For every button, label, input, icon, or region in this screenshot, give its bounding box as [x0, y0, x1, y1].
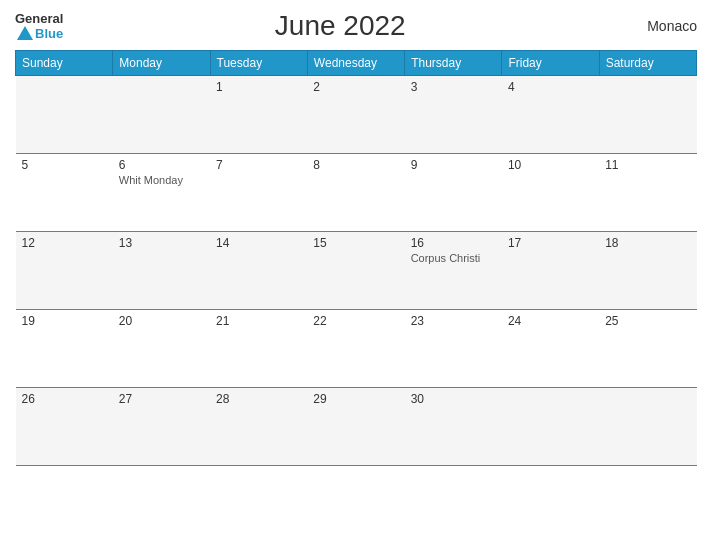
day-cell: 9: [405, 154, 502, 232]
day-number: 14: [216, 236, 301, 250]
day-number: 2: [313, 80, 398, 94]
day-number: 19: [22, 314, 107, 328]
day-number: 5: [22, 158, 107, 172]
day-number: 28: [216, 392, 301, 406]
day-number: 13: [119, 236, 204, 250]
logo-general-text: General: [15, 11, 63, 26]
holiday-name: Whit Monday: [119, 174, 204, 186]
day-cell: 14: [210, 232, 307, 310]
week-row-3: 1213141516Corpus Christi1718: [16, 232, 697, 310]
logo-triangle-icon: [17, 26, 33, 40]
day-cell: 12: [16, 232, 113, 310]
day-cell: 18: [599, 232, 696, 310]
day-cell: 1: [210, 76, 307, 154]
week-row-1: 1234: [16, 76, 697, 154]
day-cell: 6Whit Monday: [113, 154, 210, 232]
day-cell: 2: [307, 76, 404, 154]
day-cell: 22: [307, 310, 404, 388]
day-cell: 7: [210, 154, 307, 232]
col-tuesday: Tuesday: [210, 51, 307, 76]
day-cell: 15: [307, 232, 404, 310]
day-cell: [599, 388, 696, 466]
day-number: 26: [22, 392, 107, 406]
day-cell: 19: [16, 310, 113, 388]
col-wednesday: Wednesday: [307, 51, 404, 76]
col-friday: Friday: [502, 51, 599, 76]
week-row-2: 56Whit Monday7891011: [16, 154, 697, 232]
col-sunday: Sunday: [16, 51, 113, 76]
day-cell: 4: [502, 76, 599, 154]
day-number: 3: [411, 80, 496, 94]
day-number: 27: [119, 392, 204, 406]
day-number: 18: [605, 236, 690, 250]
day-cell: 17: [502, 232, 599, 310]
day-number: 23: [411, 314, 496, 328]
calendar-title: June 2022: [63, 10, 617, 42]
logo-blue-row: Blue: [15, 26, 63, 41]
day-cell: [599, 76, 696, 154]
day-number: 7: [216, 158, 301, 172]
week-row-5: 2627282930: [16, 388, 697, 466]
day-number: 6: [119, 158, 204, 172]
day-cell: 29: [307, 388, 404, 466]
day-cell: [16, 76, 113, 154]
day-cell: 13: [113, 232, 210, 310]
day-number: 1: [216, 80, 301, 94]
day-cell: [502, 388, 599, 466]
day-cell: 16Corpus Christi: [405, 232, 502, 310]
day-cell: 3: [405, 76, 502, 154]
logo-blue-text: Blue: [35, 26, 63, 41]
day-header-row: Sunday Monday Tuesday Wednesday Thursday…: [16, 51, 697, 76]
day-cell: 20: [113, 310, 210, 388]
day-number: 17: [508, 236, 593, 250]
holiday-name: Corpus Christi: [411, 252, 496, 264]
day-cell: 24: [502, 310, 599, 388]
logo: General Blue: [15, 11, 63, 41]
calendar-header: General Blue June 2022 Monaco: [15, 10, 697, 42]
day-number: 4: [508, 80, 593, 94]
day-cell: 28: [210, 388, 307, 466]
week-row-4: 19202122232425: [16, 310, 697, 388]
day-number: 9: [411, 158, 496, 172]
country-name: Monaco: [617, 18, 697, 34]
day-cell: [113, 76, 210, 154]
day-number: 24: [508, 314, 593, 328]
day-number: 21: [216, 314, 301, 328]
day-cell: 8: [307, 154, 404, 232]
day-cell: 10: [502, 154, 599, 232]
day-number: 11: [605, 158, 690, 172]
calendar-table: Sunday Monday Tuesday Wednesday Thursday…: [15, 50, 697, 466]
day-cell: 21: [210, 310, 307, 388]
day-cell: 11: [599, 154, 696, 232]
day-number: 8: [313, 158, 398, 172]
col-thursday: Thursday: [405, 51, 502, 76]
col-monday: Monday: [113, 51, 210, 76]
day-number: 15: [313, 236, 398, 250]
calendar-page: General Blue June 2022 Monaco Sunday Mon…: [0, 0, 712, 550]
day-cell: 25: [599, 310, 696, 388]
day-number: 22: [313, 314, 398, 328]
day-cell: 30: [405, 388, 502, 466]
day-cell: 26: [16, 388, 113, 466]
day-cell: 23: [405, 310, 502, 388]
day-number: 12: [22, 236, 107, 250]
day-number: 16: [411, 236, 496, 250]
day-number: 29: [313, 392, 398, 406]
day-number: 25: [605, 314, 690, 328]
day-cell: 5: [16, 154, 113, 232]
day-number: 10: [508, 158, 593, 172]
day-cell: 27: [113, 388, 210, 466]
col-saturday: Saturday: [599, 51, 696, 76]
day-number: 30: [411, 392, 496, 406]
day-number: 20: [119, 314, 204, 328]
